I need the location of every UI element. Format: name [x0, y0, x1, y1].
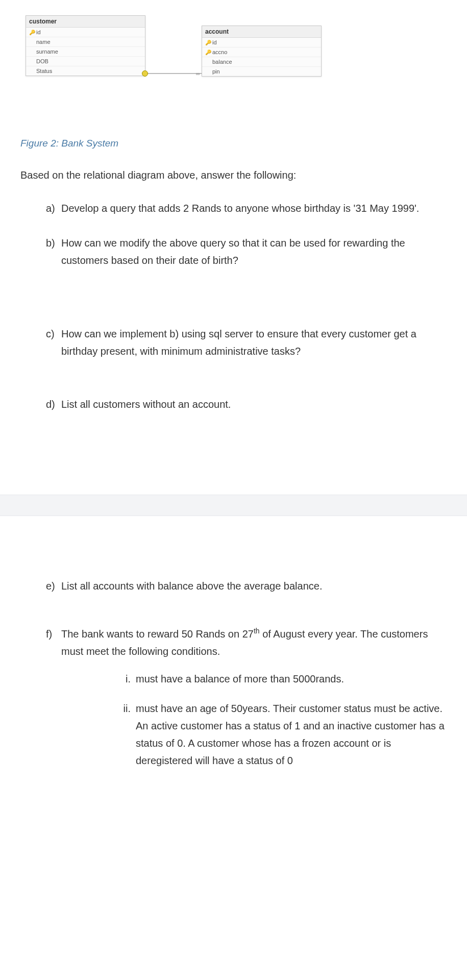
entity-customer-title: customer	[26, 16, 145, 28]
entity-row: 🔑 accno	[202, 47, 321, 57]
question-e: e) List all accounts with balance above …	[46, 577, 447, 595]
entity-account: account 🔑 id 🔑 accno balance pin	[202, 26, 322, 77]
entity-row: surname	[26, 47, 145, 57]
sub-label: i.	[117, 670, 136, 688]
sub-body: must have an age of 50years. Their custo…	[136, 700, 447, 769]
question-list-lower: e) List all accounts with balance above …	[20, 577, 447, 781]
entity-row: name	[26, 37, 145, 47]
question-label: d)	[46, 396, 61, 413]
question-body: List all customers without an account.	[61, 396, 447, 413]
question-f: f) The bank wants to reward 50 Rands on …	[46, 625, 447, 781]
question-label: f)	[46, 625, 61, 781]
key-icon: 🔑	[205, 40, 212, 45]
question-body: Develop a query that adds 2 Rands to any…	[61, 200, 447, 217]
field-name: balance	[205, 59, 232, 65]
field-name: DOB	[29, 58, 48, 64]
entity-row: 🔑 id	[202, 38, 321, 47]
relationship-many-icon: ∞	[196, 70, 199, 77]
relationship-one-icon	[142, 70, 148, 77]
field-name: accno	[212, 49, 227, 55]
question-f-text-pre: The bank wants to reward 50 Rands on 27	[61, 628, 254, 640]
sub-list: i. must have a balance of more than 5000…	[61, 670, 447, 769]
entity-customer: customer 🔑 id name surname DOB Status	[26, 15, 145, 76]
sub-item-i: i. must have a balance of more than 5000…	[117, 670, 447, 688]
relationship-line	[145, 73, 202, 74]
page-upper: customer 🔑 id name surname DOB Status ∞ …	[0, 0, 467, 495]
sub-item-ii: ii. must have an age of 50years. Their c…	[117, 700, 447, 769]
field-name: Status	[29, 68, 52, 74]
intro-text: Based on the relational diagram above, a…	[20, 169, 447, 181]
sub-label: ii.	[117, 700, 136, 769]
question-body: How can we modify the above query so tha…	[61, 234, 447, 269]
key-icon: 🔑	[205, 50, 212, 55]
question-f-sup: th	[254, 627, 260, 635]
question-body: The bank wants to reward 50 Rands on 27t…	[61, 625, 447, 781]
question-body: List all accounts with balance above the…	[61, 577, 447, 595]
question-body: How can we implement b) using sql server…	[61, 325, 447, 360]
question-list: a) Develop a query that adds 2 Rands to …	[20, 200, 447, 413]
key-icon: 🔑	[29, 30, 36, 35]
question-c: c) How can we implement b) using sql ser…	[46, 325, 447, 360]
figure-caption: Figure 2: Bank System	[20, 138, 447, 149]
field-name: name	[29, 39, 51, 45]
field-name: id	[36, 29, 41, 35]
page-break	[0, 495, 467, 516]
field-name: id	[212, 39, 217, 45]
entity-account-title: account	[202, 26, 321, 38]
page-lower: e) List all accounts with balance above …	[0, 516, 467, 819]
question-label: c)	[46, 325, 61, 360]
er-diagram: customer 🔑 id name surname DOB Status ∞ …	[20, 15, 447, 102]
question-a: a) Develop a query that adds 2 Rands to …	[46, 200, 447, 217]
question-d: d) List all customers without an account…	[46, 396, 447, 413]
entity-row: balance	[202, 57, 321, 67]
question-b: b) How can we modify the above query so …	[46, 234, 447, 269]
entity-row: DOB	[26, 57, 145, 66]
entity-row: Status	[26, 66, 145, 76]
question-label: a)	[46, 200, 61, 217]
field-name: pin	[205, 68, 220, 75]
question-label: b)	[46, 234, 61, 269]
entity-row: 🔑 id	[26, 28, 145, 37]
question-label: e)	[46, 577, 61, 595]
entity-row: pin	[202, 67, 321, 76]
sub-body: must have a balance of more than 5000ran…	[136, 670, 447, 688]
field-name: surname	[29, 48, 58, 55]
